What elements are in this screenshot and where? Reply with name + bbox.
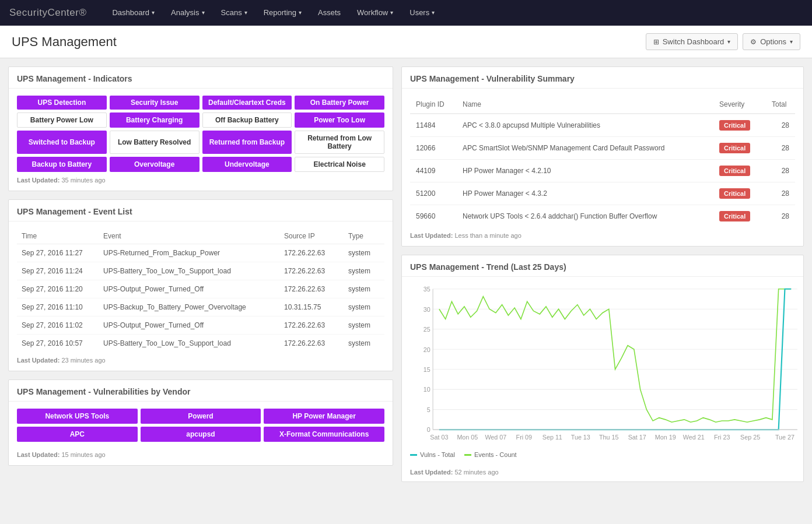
vendor-panel-body: Network UPS ToolsPowerdHP Power ManagerA… <box>9 402 393 465</box>
vuln-name: HP Power Manager < 4.2.10 <box>457 160 713 182</box>
vuln-plugin-id: 59660 <box>410 205 457 228</box>
options-button[interactable]: ⚙ Options ▾ <box>743 33 800 50</box>
nav-scans[interactable]: Scans ▾ <box>213 0 256 26</box>
indicator-button-9[interactable]: Low Battery Resolved <box>110 131 200 154</box>
indicator-button-3[interactable]: On Battery Power <box>295 96 384 110</box>
indicator-button-1[interactable]: Security Issue <box>110 96 200 110</box>
vuln-severity: Critical <box>713 160 766 182</box>
nav-assets[interactable]: Assets <box>310 0 349 26</box>
vuln-severity: Critical <box>713 114 766 137</box>
events-legend-color <box>464 454 471 456</box>
indicator-button-6[interactable]: Off Backup Battery <box>202 112 292 128</box>
event-name: UPS-Backup_To_Battery_Power_Overvoltage <box>99 298 279 316</box>
page-header: UPS Management ⊞ Switch Dashboard ▾ ⚙ Op… <box>0 26 812 58</box>
chevron-down-icon: ▾ <box>202 0 205 26</box>
event-type: system <box>344 244 384 262</box>
vendor-button-2[interactable]: HP Power Manager <box>264 409 384 424</box>
svg-text:35: 35 <box>424 286 430 293</box>
svg-text:Tue 13: Tue 13 <box>571 434 590 441</box>
svg-text:Fri 23: Fri 23 <box>714 434 730 441</box>
svg-text:Sep 25: Sep 25 <box>740 434 760 441</box>
indicator-button-2[interactable]: Default/Cleartext Creds <box>202 96 292 110</box>
event-type: system <box>344 262 384 280</box>
status-badge: Critical <box>719 120 750 131</box>
vendor-button-5[interactable]: X-Format Communications <box>264 427 384 442</box>
vuln-last-updated: Last Updated: Less than a minute ago <box>410 232 795 239</box>
events-last-updated: Last Updated: 23 minutes ago <box>17 357 384 364</box>
vuln-plugin-id: 12066 <box>410 137 457 160</box>
vendor-button-3[interactable]: APC <box>17 427 138 442</box>
chevron-down-icon: ▾ <box>244 0 247 26</box>
indicator-button-12[interactable]: Backup to Battery <box>17 157 107 172</box>
event-ip: 172.26.22.63 <box>279 335 344 353</box>
vendor-button-0[interactable]: Network UPS Tools <box>17 409 138 424</box>
indicator-button-7[interactable]: Power Too Low <box>295 112 384 128</box>
event-time: Sep 27, 2016 11:24 <box>17 262 99 280</box>
svg-text:Wed 21: Wed 21 <box>683 434 705 441</box>
event-ip: 172.26.22.63 <box>279 280 344 298</box>
chevron-down-icon: ▾ <box>152 0 155 26</box>
indicator-button-5[interactable]: Battery Charging <box>110 112 200 128</box>
event-type: system <box>344 335 384 353</box>
brand-super: ® <box>79 7 86 18</box>
chevron-down-icon: ▾ <box>299 0 302 26</box>
indicator-button-4[interactable]: Battery Power Low <box>17 112 107 128</box>
vendor-button-1[interactable]: Powerd <box>141 409 261 424</box>
svg-text:10: 10 <box>424 386 430 393</box>
vuln-name: HP Power Manager < 4.3.2 <box>457 182 713 205</box>
table-row: 44109 HP Power Manager < 4.2.10 Critical… <box>410 160 795 182</box>
chevron-down-icon: ▾ <box>727 38 730 45</box>
events-panel-body: Time Event Source IP Type Sep 27, 2016 1… <box>9 221 393 371</box>
indicator-button-10[interactable]: Returned from Backup <box>202 131 292 154</box>
svg-text:5: 5 <box>427 406 430 413</box>
indicator-button-14[interactable]: Undervoltage <box>202 157 292 172</box>
table-row: 11484 APC < 3.8.0 apcupsd Multiple Vulne… <box>410 114 795 137</box>
event-time: Sep 27, 2016 11:02 <box>17 316 99 335</box>
event-ip: 172.26.22.63 <box>279 316 344 335</box>
vuln-name: Network UPS Tools < 2.6.4 addchar() Func… <box>457 205 713 228</box>
brand-logo[interactable]: SecurityCenter® <box>9 7 86 19</box>
gear-icon: ⚙ <box>750 38 757 46</box>
svg-text:Tue 27: Tue 27 <box>775 434 794 441</box>
svg-text:0: 0 <box>427 426 430 433</box>
vuln-plugin-id: 11484 <box>410 114 457 137</box>
navbar: SecurityCenter® Dashboard ▾ Analysis ▾ S… <box>0 0 812 26</box>
chevron-down-icon: ▾ <box>432 0 435 26</box>
vuln-name: APC < 3.8.0 apcupsd Multiple Vulnerabili… <box>457 114 713 137</box>
col-plugin-header: Plugin ID <box>410 96 457 114</box>
switch-dashboard-button[interactable]: ⊞ Switch Dashboard ▾ <box>646 33 738 50</box>
vuln-plugin-id: 51200 <box>410 182 457 205</box>
event-type: system <box>344 316 384 335</box>
event-type: system <box>344 280 384 298</box>
vuln-total: 28 <box>766 160 795 182</box>
nav-workflow[interactable]: Workflow ▾ <box>349 0 401 26</box>
nav-users[interactable]: Users ▾ <box>401 0 443 26</box>
indicators-panel-title: UPS Management - Indicators <box>9 67 393 89</box>
table-row: Sep 27, 2016 10:57 UPS-Battery_Too_Low_T… <box>17 335 384 353</box>
col-type-header: Type <box>344 228 384 244</box>
nav-reporting[interactable]: Reporting ▾ <box>256 0 310 26</box>
table-row: Sep 27, 2016 11:02 UPS-Output_Power_Turn… <box>17 316 384 335</box>
svg-text:Mon 05: Mon 05 <box>457 434 478 441</box>
indicators-grid: UPS DetectionSecurity IssueDefault/Clear… <box>17 96 384 172</box>
indicator-button-13[interactable]: Overvoltage <box>110 157 200 172</box>
events-panel-title: UPS Management - Event List <box>9 200 393 221</box>
vuln-panel-body: Plugin ID Name Severity Total 11484 APC … <box>402 89 803 246</box>
indicator-button-15[interactable]: Electrical Noise <box>295 157 384 172</box>
vuln-panel: UPS Management - Vulnerability Summary P… <box>401 66 804 247</box>
indicator-button-11[interactable]: Returned from Low Battery <box>295 131 384 154</box>
status-badge: Critical <box>719 143 750 153</box>
vuln-severity: Critical <box>713 205 766 228</box>
col-time-header: Time <box>17 228 99 244</box>
status-badge: Critical <box>719 211 750 221</box>
nav-analysis[interactable]: Analysis ▾ <box>163 0 212 26</box>
chart-legend: Vulns - Total Events - Count <box>402 448 803 464</box>
event-type: system <box>344 298 384 316</box>
vendor-button-4[interactable]: apcupsd <box>141 427 261 442</box>
indicator-button-8[interactable]: Switched to Backup <box>17 131 107 154</box>
event-name: UPS-Output_Power_Turned_Off <box>99 280 279 298</box>
indicator-button-0[interactable]: UPS Detection <box>17 96 107 110</box>
trend-panel-title: UPS Management - Trend (Last 25 Days) <box>402 255 803 277</box>
svg-text:Mon 19: Mon 19 <box>655 434 676 441</box>
nav-dashboard[interactable]: Dashboard ▾ <box>104 0 163 26</box>
